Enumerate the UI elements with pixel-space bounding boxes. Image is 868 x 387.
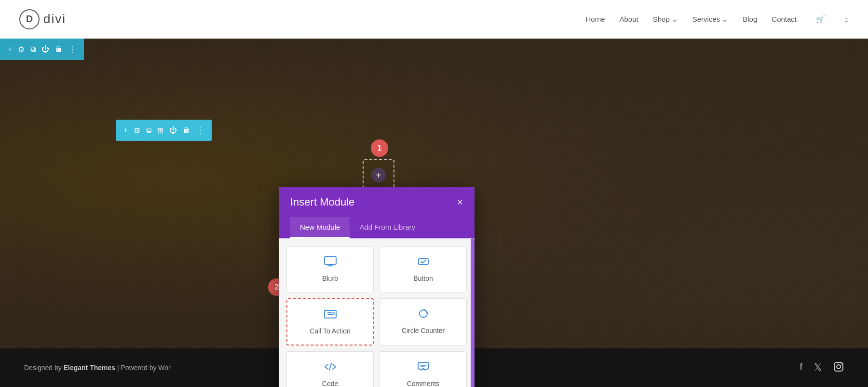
logo-letter: D	[26, 14, 33, 25]
more-icon[interactable]: ⋮	[68, 45, 76, 54]
logo[interactable]: D divi	[19, 9, 66, 29]
nav-blog[interactable]: Blog	[743, 15, 757, 23]
footer-designed-by: Designed by Elegant Themes | Powered by …	[24, 364, 171, 372]
module-code[interactable]: Code	[286, 351, 374, 387]
module-comments[interactable]: Comments	[380, 351, 467, 387]
blurb-icon	[324, 256, 337, 270]
svg-point-20	[841, 363, 841, 364]
twitter-icon[interactable]: 𝕏	[814, 361, 822, 374]
footer-credit: Designed by Elegant Themes | Powered by …	[24, 363, 171, 372]
nav-home[interactable]: Home	[585, 15, 605, 23]
col-power-icon[interactable]: ⏻	[169, 126, 177, 135]
col-trash-icon[interactable]: 🗑	[183, 126, 190, 135]
tab-add-from-library[interactable]: Add From Library	[350, 217, 425, 238]
instagram-icon[interactable]	[833, 361, 844, 374]
navigation: D divi Home About Shop ⌄ Services ⌄ Blog…	[0, 0, 868, 39]
module-blurb[interactable]: Blurb	[286, 246, 374, 292]
nav-contact[interactable]: Contact	[772, 15, 797, 23]
modal-tabs: New Module Add From Library	[279, 217, 475, 238]
cart-icon[interactable]: 🛒	[816, 15, 825, 24]
add-icon[interactable]: +	[8, 45, 12, 54]
facebook-icon[interactable]: f	[800, 361, 802, 374]
column-toolbar: + ⚙ ⧉ ⊞ ⏻ 🗑 ⋮	[116, 120, 212, 141]
modal-scrollbar[interactable]	[471, 238, 475, 387]
svg-rect-0	[325, 257, 336, 264]
row-toolbar-top: + ⚙ ⧉ ⏻ 🗑 ⋮	[0, 39, 84, 60]
module-blurb-label: Blurb	[322, 275, 338, 282]
modal-title: Insert Module	[290, 196, 354, 208]
svg-point-19	[837, 365, 841, 369]
svg-line-9	[329, 363, 331, 370]
code-icon	[324, 361, 337, 375]
search-icon[interactable]: ⌕	[844, 15, 849, 23]
module-grid: Blurb Button Call To Action	[279, 238, 475, 387]
module-cta-label: Call To Action	[310, 327, 351, 335]
nav-services[interactable]: Services ⌄	[692, 15, 729, 24]
add-module-button[interactable]: +	[371, 168, 386, 182]
svg-rect-7	[331, 312, 334, 315]
col-more-icon[interactable]: ⋮	[196, 126, 204, 135]
nav-links: Home About Shop ⌄ Services ⌄ Blog Contac…	[585, 15, 849, 24]
circle-counter-icon	[417, 308, 430, 322]
col-duplicate-icon[interactable]: ⧉	[146, 126, 151, 135]
cta-icon	[324, 309, 337, 322]
modal-close-button[interactable]: ×	[457, 197, 463, 208]
insert-module-modal: Insert Module × New Module Add From Libr…	[279, 187, 475, 387]
module-comments-label: Comments	[407, 380, 440, 387]
modal-header: Insert Module ×	[279, 187, 475, 217]
add-module-zone[interactable]: +	[363, 159, 394, 191]
nav-shop[interactable]: Shop ⌄	[653, 15, 678, 24]
power-icon[interactable]: ⏻	[41, 45, 49, 54]
logo-text: divi	[43, 12, 66, 27]
module-circle-counter-label: Circle Counter	[402, 327, 445, 334]
footer-social-icons: f 𝕏	[800, 361, 844, 374]
module-button-label: Button	[413, 275, 433, 282]
col-add-icon[interactable]: +	[123, 126, 128, 135]
module-call-to-action[interactable]: Call To Action	[286, 298, 374, 346]
col-settings-icon[interactable]: ⚙	[134, 126, 140, 135]
settings-icon[interactable]: ⚙	[18, 45, 25, 54]
step-badge-1: 1	[371, 139, 388, 157]
duplicate-icon[interactable]: ⧉	[30, 45, 36, 54]
main-content-area: + ⚙ ⧉ ⏻ 🗑 ⋮ + ⚙ ⧉ ⊞ ⏻ 🗑 ⋮ 1 + 2 Insert M…	[0, 39, 868, 387]
chevron-down-icon: ⌄	[672, 15, 678, 24]
svg-line-5	[422, 260, 426, 263]
tab-new-module[interactable]: New Module	[290, 217, 350, 238]
chevron-down-icon: ⌄	[722, 15, 728, 24]
module-code-label: Code	[322, 380, 338, 387]
module-circle-counter[interactable]: Circle Counter	[380, 298, 467, 346]
comments-icon	[417, 361, 430, 375]
logo-circle: D	[19, 9, 40, 29]
col-grid-icon[interactable]: ⊞	[157, 126, 163, 135]
module-button[interactable]: Button	[380, 246, 467, 292]
trash-icon[interactable]: 🗑	[55, 45, 63, 54]
button-icon	[417, 256, 430, 270]
nav-about[interactable]: About	[619, 15, 638, 23]
